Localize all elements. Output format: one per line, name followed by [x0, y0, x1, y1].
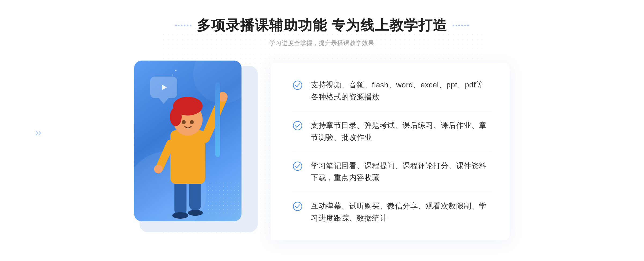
svg-marker-0 [162, 85, 167, 90]
dot-r3 [458, 25, 460, 26]
illustration-area [134, 61, 274, 243]
blue-vertical-bar [215, 82, 220, 157]
svg-point-16 [293, 121, 302, 130]
content-section: 支持视频、音频、flash、word、excel、ppt、pdf等各种格式的资源… [134, 61, 510, 243]
feature-item-1: 支持视频、音频、flash、word、excel、ppt、pdf等各种格式的资源… [292, 71, 491, 111]
svg-point-3 [172, 212, 188, 219]
svg-rect-1 [174, 178, 186, 216]
illus-blue-card [134, 61, 241, 221]
dot-r4 [461, 25, 463, 26]
svg-line-9 [205, 98, 223, 138]
svg-point-4 [188, 210, 203, 216]
svg-rect-5 [170, 130, 205, 184]
feature-text-4: 互动弹幕、试听购买、微信分享、观看次数限制、学习进度跟踪、数据统计 [311, 200, 491, 224]
check-icon-3 [292, 161, 303, 171]
svg-point-18 [293, 202, 302, 211]
dot-r2 [456, 25, 457, 26]
dot-6 [190, 25, 191, 26]
svg-point-13 [182, 120, 186, 124]
svg-line-10 [160, 144, 170, 168]
feature-item-4: 互动弹幕、试听购买、微信分享、观看次数限制、学习进度跟踪、数据统计 [292, 192, 491, 232]
feature-text-2: 支持章节目录、弹题考试、课后练习、课后作业、章节测验、批改作业 [311, 120, 491, 144]
svg-point-8 [170, 107, 182, 126]
dot-r6 [467, 25, 469, 26]
page-deco-left: » [35, 125, 40, 139]
dot-r5 [464, 25, 466, 26]
check-icon-4 [292, 201, 303, 211]
dot-3 [181, 25, 182, 26]
check-icon-1 [292, 80, 303, 90]
chevron-left-icon: » [35, 125, 40, 139]
title-dots-left [175, 25, 191, 26]
play-bubble-box [150, 77, 177, 98]
feature-text-3: 学习笔记回看、课程提问、课程评论打分、课件资料下载，重点内容收藏 [311, 160, 491, 184]
main-title: 多项录播课辅助功能 专为线上教学打造 [197, 16, 447, 35]
page-container: » 多项录播课辅助功能 专为线上教学打造 学习进度全掌握，提升录播课 [0, 0, 644, 261]
sub-title: 学习进度全掌握，提升录播课教学效果 [175, 39, 469, 47]
dot-2 [178, 25, 180, 26]
play-bubble [150, 77, 177, 104]
svg-point-15 [293, 81, 302, 90]
dot-r1 [453, 25, 454, 26]
features-panel: 支持视频、音频、flash、word、excel、ppt、pdf等各种格式的资源… [271, 63, 510, 240]
dot-5 [187, 25, 188, 26]
dot-4 [184, 25, 185, 26]
title-dots-right [453, 25, 469, 26]
check-icon-2 [292, 121, 303, 131]
feature-item-3: 学习笔记回看、课程提问、课程评论打分、课件资料下载，重点内容收藏 [292, 152, 491, 192]
feature-item-2: 支持章节目录、弹题考试、课后练习、课后作业、章节测验、批改作业 [292, 111, 491, 152]
feature-text-1: 支持视频、音频、flash、word、excel、ppt、pdf等各种格式的资源… [311, 79, 491, 103]
title-row: 多项录播课辅助功能 专为线上教学打造 [175, 16, 469, 35]
svg-point-14 [190, 120, 194, 124]
dot-1 [175, 25, 177, 26]
svg-point-12 [154, 165, 163, 173]
play-icon [158, 82, 169, 93]
svg-point-17 [293, 162, 302, 170]
header-section: 多项录播课辅助功能 专为线上教学打造 学习进度全掌握，提升录播课教学效果 [175, 16, 469, 47]
play-bubble-tail [159, 98, 169, 104]
